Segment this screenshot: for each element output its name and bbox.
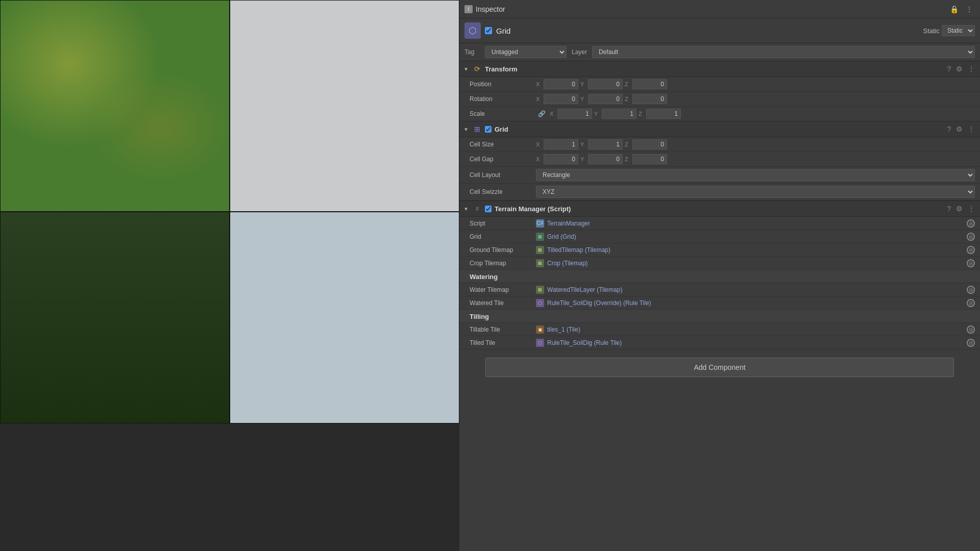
scale-y-input[interactable] xyxy=(602,109,636,119)
tillable-tile-name: tiles_1 (Tile) xyxy=(547,326,580,333)
grid-title: Grid xyxy=(495,126,943,133)
scale-xyz: 🔗 X Y Z xyxy=(536,109,975,119)
cell-gap-z-input[interactable] xyxy=(632,154,667,164)
scene-tilling-panel[interactable] xyxy=(230,212,459,423)
cell-gap-x-axis: X xyxy=(536,156,542,162)
terrain-actions: ? ⚙ ⋮ xyxy=(946,205,976,213)
crop-tilemap-select-button[interactable]: ◎ xyxy=(967,259,975,267)
script-name: TerrainManager xyxy=(547,220,590,227)
scale-z-input[interactable] xyxy=(646,109,681,119)
terrain-enabled-checkbox[interactable] xyxy=(485,206,492,212)
water-tilemap-select-button[interactable]: ◎ xyxy=(967,286,975,294)
transform-more-button[interactable]: ⋮ xyxy=(967,65,976,73)
object-enabled-checkbox[interactable] xyxy=(485,27,492,34)
transform-help-button[interactable]: ? xyxy=(946,65,952,73)
static-label: Static xyxy=(923,27,940,35)
tilled-tile-label: Tilled Tile xyxy=(470,339,536,346)
static-dropdown[interactable]: Static xyxy=(942,25,975,36)
tilled-tile-select-button[interactable]: ◎ xyxy=(967,339,975,347)
layer-select[interactable]: Default xyxy=(592,46,975,58)
scale-x-input[interactable] xyxy=(557,109,592,119)
watered-tile-select-button[interactable]: ◎ xyxy=(967,299,975,307)
scene-farm-panel[interactable] xyxy=(0,0,230,212)
inspector-title: Inspector xyxy=(476,5,505,13)
position-y-input[interactable] xyxy=(588,79,623,89)
grid-properties: Cell Size X Y Z Cell Gap xyxy=(459,137,980,201)
crop-tilemap-value: ⊞ Crop (Tilemap) ◎ xyxy=(536,259,975,267)
terrain-more-button[interactable]: ⋮ xyxy=(967,205,976,213)
crop-tilemap-icon: ⊞ xyxy=(536,259,544,267)
grid-settings-button[interactable]: ⚙ xyxy=(955,125,964,133)
static-row: Static Static xyxy=(923,25,975,36)
tilled-tile-icon: ⬡ xyxy=(536,339,544,347)
script-label: Script xyxy=(470,220,536,227)
inspector-icon: ℹ xyxy=(464,5,473,13)
ground-tilemap-label: Ground Tilemap xyxy=(470,246,536,254)
water-tilemap-label: Water Tilemap xyxy=(470,286,536,293)
tilling-section-label: Tilling xyxy=(459,310,980,323)
crop-tilemap-row: Crop Tilemap ⊞ Crop (Tilemap) ◎ xyxy=(459,257,980,270)
tillable-tile-icon: ▣ xyxy=(536,325,544,334)
watered-tile-icon: ⬡ xyxy=(536,299,544,307)
cell-gap-y-input[interactable] xyxy=(588,154,623,164)
grid-select-button[interactable]: ◎ xyxy=(967,233,975,241)
terrain-manager-section-header[interactable]: ▼ # Terrain Manager (Script) ? ⚙ ⋮ xyxy=(459,201,980,217)
cell-size-label: Cell Size xyxy=(470,141,536,148)
rotation-x-input[interactable] xyxy=(544,94,578,104)
scale-x-axis: X xyxy=(550,111,556,117)
watered-tile-label: Watered Tile xyxy=(470,299,536,307)
grid-section-header[interactable]: ▼ ⊞ Grid ? ⚙ ⋮ xyxy=(459,121,980,137)
tag-select[interactable]: Untagged xyxy=(485,46,567,58)
script-value-row: C# TerrainManager ◎ xyxy=(536,219,975,228)
rotation-row: Rotation X Y Z xyxy=(459,92,980,107)
terrain-script-icon: # xyxy=(473,204,482,213)
add-component-button[interactable]: Add Component xyxy=(485,358,954,377)
object-header: ⬡ Grid Static Static xyxy=(459,18,980,43)
transform-properties: Position X Y Z Rotation xyxy=(459,77,980,121)
grid-ref-icon: ⊞ xyxy=(536,233,544,241)
cell-gap-y-axis: Y xyxy=(580,156,586,162)
terrain-title: Terrain Manager (Script) xyxy=(495,205,943,213)
script-row: Script C# TerrainManager ◎ xyxy=(459,217,980,230)
tillable-tile-value: ▣ tiles_1 (Tile) ◎ xyxy=(536,325,975,334)
rotation-y-input[interactable] xyxy=(588,94,623,104)
rotation-y-axis: Y xyxy=(580,96,586,102)
lock-button[interactable]: 🔒 xyxy=(948,4,961,14)
transform-settings-button[interactable]: ⚙ xyxy=(955,65,964,73)
transform-title: Transform xyxy=(485,65,943,73)
cell-gap-x-input[interactable] xyxy=(544,154,578,164)
crop-tilemap-name: Crop (Tilemap) xyxy=(547,260,588,267)
position-x-input[interactable] xyxy=(544,79,578,89)
terrain-properties: Script C# TerrainManager ◎ Grid ⊞ Grid (… xyxy=(459,217,980,349)
transform-section-header[interactable]: ▼ ⟳ Transform ? ⚙ ⋮ xyxy=(459,61,980,77)
grid-chevron-icon: ▼ xyxy=(463,127,470,132)
grid-help-button[interactable]: ? xyxy=(946,125,952,133)
grid-more-button[interactable]: ⋮ xyxy=(967,125,976,133)
grid-enabled-checkbox[interactable] xyxy=(485,126,492,133)
grid-ref-name: Grid (Grid) xyxy=(547,233,576,240)
transform-icon: ⟳ xyxy=(473,64,482,73)
scale-y-axis: Y xyxy=(594,111,600,117)
cell-size-x-axis: X xyxy=(536,141,542,147)
script-select-button[interactable]: ◎ xyxy=(967,219,975,228)
grid-ref-row: Grid ⊞ Grid (Grid) ◎ xyxy=(459,230,980,243)
transform-actions: ? ⚙ ⋮ xyxy=(946,65,976,73)
cell-size-x-input[interactable] xyxy=(544,139,578,149)
scene-night-panel[interactable] xyxy=(230,0,459,212)
scale-label: Scale xyxy=(470,110,536,117)
tillable-tile-row: Tillable Tile ▣ tiles_1 (Tile) ◎ xyxy=(459,323,980,336)
rotation-z-input[interactable] xyxy=(632,94,667,104)
ground-tilemap-name: TilledTilemap (Tilemap) xyxy=(547,246,610,254)
rotation-xyz: X Y Z xyxy=(536,94,975,104)
cell-layout-select[interactable]: Rectangle Hexagon Isometric xyxy=(536,169,975,181)
cell-size-y-input[interactable] xyxy=(588,139,623,149)
terrain-settings-button[interactable]: ⚙ xyxy=(955,205,964,213)
cell-swizzle-select[interactable]: XYZ XZY YXZ xyxy=(536,186,975,198)
ground-tilemap-select-button[interactable]: ◎ xyxy=(967,246,975,254)
position-z-input[interactable] xyxy=(632,79,667,89)
terrain-help-button[interactable]: ? xyxy=(946,205,952,213)
tillable-tile-select-button[interactable]: ◎ xyxy=(967,325,975,334)
more-options-button[interactable]: ⋮ xyxy=(964,4,975,14)
scene-forest-panel[interactable] xyxy=(0,212,230,423)
cell-size-z-input[interactable] xyxy=(632,139,667,149)
